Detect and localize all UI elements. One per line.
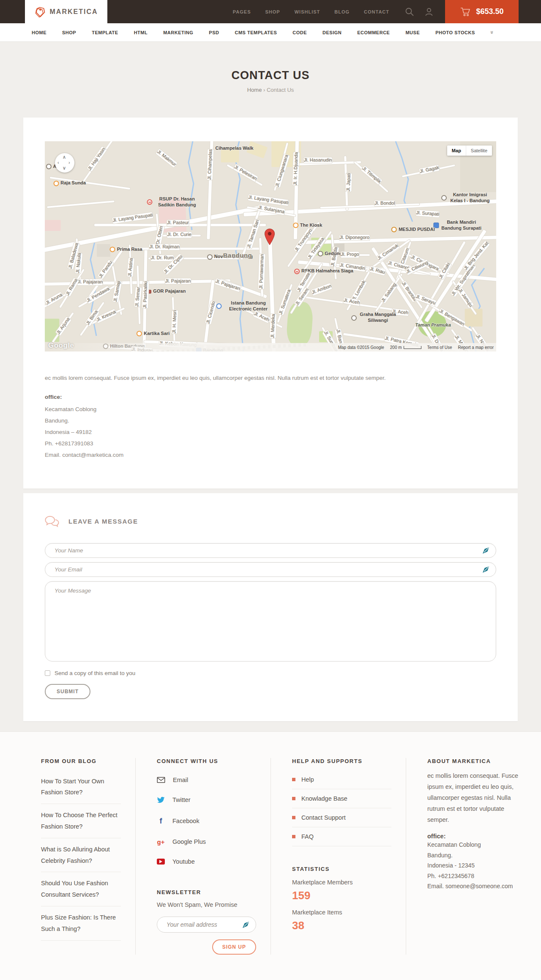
cart-button[interactable]: $653.50 bbox=[445, 0, 519, 23]
help-link[interactable]: Knowladge Base bbox=[292, 789, 391, 808]
newsletter-field-wrap bbox=[157, 917, 256, 933]
map-button[interactable]: Map bbox=[447, 145, 466, 156]
page-title: CONTACT US bbox=[0, 69, 541, 82]
bullet-icon bbox=[292, 778, 295, 781]
main-nav-home[interactable]: HOME bbox=[32, 30, 46, 35]
office-line: Indonesia – 49182 bbox=[45, 426, 496, 438]
restaurant-icon bbox=[110, 247, 115, 252]
main-nav-marketing[interactable]: MARKETING bbox=[163, 30, 193, 35]
google-map[interactable]: Cihampelas WalkJl. HasanudinJl. Ir. H.Dj… bbox=[45, 141, 496, 351]
bullet-icon bbox=[292, 835, 295, 838]
logo[interactable]: MARKETICA bbox=[25, 0, 107, 23]
office-line: Ph. +62817391083 bbox=[45, 438, 496, 449]
send-copy-checkbox[interactable] bbox=[45, 670, 50, 676]
map-label: Jl. Pajajaran bbox=[77, 279, 103, 285]
map-label: Jl. Ir. H.Djuanda bbox=[292, 152, 299, 185]
main-nav-muse[interactable]: MUSE bbox=[405, 30, 420, 35]
name-input[interactable] bbox=[45, 543, 496, 558]
social-googleplus-link[interactable]: g+ Google Plus bbox=[157, 832, 256, 852]
blog-link[interactable]: Plus Size Fashion: Is There Such a Thing… bbox=[41, 906, 121, 941]
user-icon[interactable] bbox=[424, 7, 434, 17]
submit-button[interactable]: SUBMIT bbox=[45, 684, 90, 699]
blog-link[interactable]: What is So Alluring About Celebrity Fash… bbox=[41, 838, 121, 873]
social-email-link[interactable]: Email bbox=[157, 770, 256, 790]
breadcrumb: Home › Contact Us bbox=[0, 87, 541, 93]
footer-blog-title: FROM OUR BLOG bbox=[41, 758, 121, 764]
map-scale: 200 m bbox=[390, 345, 421, 350]
message-textarea[interactable] bbox=[45, 581, 496, 662]
map-label: Jl. Progo bbox=[341, 252, 359, 258]
footer-help-title: HELP AND SUPPORTS bbox=[292, 758, 391, 764]
help-link[interactable]: FAQ bbox=[292, 827, 391, 846]
social-facebook-link[interactable]: f Facebook bbox=[157, 810, 256, 832]
top-nav-contact[interactable]: CONTACT bbox=[364, 9, 389, 14]
terms-of-use-link[interactable]: Terms of Use bbox=[427, 345, 452, 350]
map-label: Taman Pramuka bbox=[415, 322, 451, 328]
send-copy-label: Send a copy of this email to you bbox=[55, 670, 135, 676]
map-data-copyright: Map data ©2015 Google bbox=[338, 345, 384, 350]
restaurant-icon bbox=[53, 181, 59, 186]
map-area bbox=[45, 220, 60, 231]
map-label: The Kiosk bbox=[293, 222, 322, 228]
blog-link[interactable]: Should You Use Fashion Consultant Servic… bbox=[41, 872, 121, 906]
top-nav-blog[interactable]: BLOG bbox=[334, 9, 350, 14]
main-nav-design[interactable]: DESIGN bbox=[322, 30, 342, 35]
pan-up-icon[interactable]: ∧ bbox=[63, 154, 66, 160]
search-icon[interactable] bbox=[404, 7, 415, 17]
map-label: MESJID PUSDAI bbox=[391, 227, 435, 233]
top-nav: PAGES SHOP WISHLIST BLOG CONTACT bbox=[233, 0, 389, 23]
map-label: Raja Sunda bbox=[53, 181, 86, 187]
chevron-down-icon[interactable]: » bbox=[489, 31, 495, 34]
contact-card: Cihampelas WalkJl. HasanudinJl. Ir. H.Dj… bbox=[23, 118, 518, 489]
blog-link[interactable]: How To Start Your Own Fashion Store? bbox=[41, 770, 121, 804]
map-pan-control[interactable]: ∧ ∨ ‹ › bbox=[55, 153, 74, 173]
main-nav-template[interactable]: TEMPLATE bbox=[92, 30, 118, 35]
map-label: GOR Pajajaran bbox=[148, 288, 186, 294]
map-marker-icon[interactable] bbox=[264, 228, 275, 245]
map-road bbox=[126, 248, 261, 250]
blog-link[interactable]: How To Choose The Perfect Fashion Store? bbox=[41, 804, 121, 838]
send-copy-checkbox-row[interactable]: Send a copy of this email to you bbox=[45, 670, 496, 676]
top-nav-shop[interactable]: SHOP bbox=[265, 9, 280, 14]
main-nav-psd[interactable]: PSD bbox=[209, 30, 219, 35]
newsletter-title: NEWSLETTER bbox=[157, 889, 256, 895]
map-attribution: Map data ©2015 Google 200 m Terms of Use… bbox=[45, 343, 496, 351]
cart-icon bbox=[460, 7, 471, 17]
breadcrumb-home[interactable]: Home bbox=[247, 87, 262, 93]
top-nav-wishlist[interactable]: WISHLIST bbox=[295, 9, 320, 14]
main-nav-shop[interactable]: SHOP bbox=[62, 30, 76, 35]
tag-logo-icon bbox=[35, 6, 46, 18]
form-header: LEAVE A MESSAGE bbox=[45, 515, 496, 528]
main-nav-html[interactable]: HTML bbox=[134, 30, 148, 35]
main-nav-photo-stocks[interactable]: PHOTO STOCKS bbox=[435, 30, 475, 35]
about-text: ec mollis lorem consequat. Fusce ipsum e… bbox=[427, 770, 527, 825]
satellite-button[interactable]: Satellite bbox=[466, 145, 492, 156]
pan-right-icon[interactable]: › bbox=[68, 160, 70, 165]
map-area bbox=[221, 150, 239, 162]
about-office-label: office: bbox=[427, 833, 527, 840]
map-label: Kantor Imigrasi Kelas I - Bandung bbox=[441, 192, 492, 204]
map-label: Jl. Pasteur bbox=[167, 220, 189, 226]
pan-down-icon[interactable]: ∨ bbox=[63, 165, 66, 171]
top-nav-pages[interactable]: PAGES bbox=[233, 9, 251, 14]
about-line: Kecamatan Coblong bbox=[427, 840, 527, 850]
social-youtube-link[interactable]: Youtube bbox=[157, 852, 256, 871]
report-map-error-link[interactable]: Report a map error bbox=[458, 345, 494, 350]
main-nav-cms-templates[interactable]: CMS TEMPLATES bbox=[235, 30, 277, 35]
hospital-icon: H bbox=[294, 269, 300, 274]
map-label: Jl. Purnawarman bbox=[258, 254, 265, 289]
email-input[interactable] bbox=[45, 562, 496, 577]
pan-left-icon[interactable]: ‹ bbox=[57, 160, 59, 165]
help-link[interactable]: Help bbox=[292, 770, 391, 789]
pen-icon bbox=[482, 566, 489, 573]
stat-members-label: Marketplace Members bbox=[292, 879, 391, 886]
main-nav-ecommerce[interactable]: ECOMMERCE bbox=[357, 30, 390, 35]
main-nav-code[interactable]: CODE bbox=[292, 30, 307, 35]
hotel-icon bbox=[46, 164, 52, 169]
signup-button[interactable]: SIGN UP bbox=[212, 939, 256, 955]
footer-about-column: ABOUT MARKETICA ec mollis lorem consequa… bbox=[406, 758, 541, 955]
social-twitter-link[interactable]: Twitter bbox=[157, 790, 256, 810]
page-hero: CONTACT US Home › Contact Us bbox=[0, 42, 541, 118]
help-link[interactable]: Contact Support bbox=[292, 808, 391, 827]
newsletter-email-input[interactable] bbox=[157, 917, 256, 933]
